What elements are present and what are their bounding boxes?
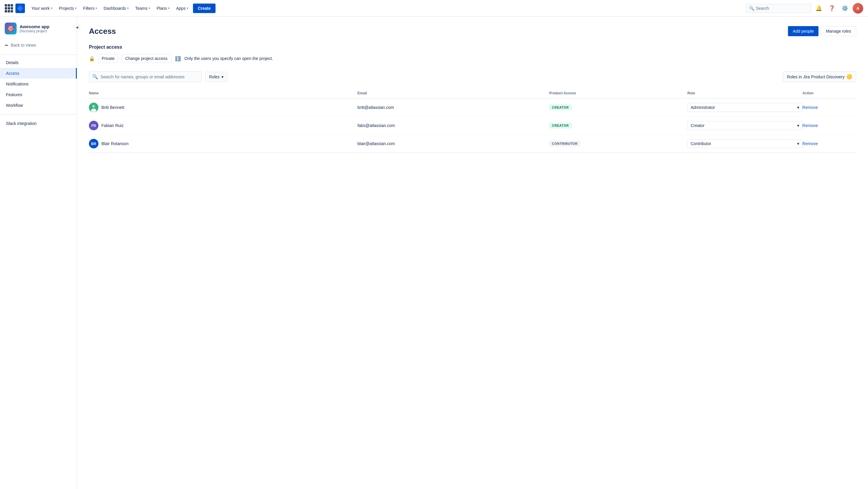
nav-items: Your work ▾ Projects ▾ Filters ▾ Dashboa… xyxy=(28,4,745,13)
search-icon: 🔍 xyxy=(92,74,98,80)
people-search[interactable]: 🔍 xyxy=(89,71,202,82)
col-header-name: Name xyxy=(89,88,358,98)
table-header: Name Email Product access Role Action xyxy=(89,88,856,98)
sidebar-item-details[interactable]: Details xyxy=(0,57,77,68)
search-box[interactable]: 🔍 Search xyxy=(746,4,811,13)
nav-your-work[interactable]: Your work ▾ xyxy=(28,4,56,12)
nav-dashboards[interactable]: Dashboards ▾ xyxy=(100,4,132,12)
nav-right: 🔍 Search 🔔 ❓ ⚙️ A xyxy=(746,3,863,13)
user-action-cell: Remove xyxy=(803,117,856,135)
col-header-product-access: Product access xyxy=(549,88,687,98)
user-avatar: A xyxy=(852,3,863,13)
user-avatar: BR xyxy=(89,139,98,148)
nav-apps[interactable]: Apps ▾ xyxy=(173,4,191,12)
page-actions: Add people Manage roles xyxy=(788,26,856,36)
settings-button[interactable]: ⚙️ xyxy=(840,3,850,13)
chevron-down-icon: ▾ xyxy=(168,6,169,10)
user-action-cell: Remove xyxy=(803,135,856,153)
sidebar-item-features[interactable]: Features xyxy=(0,89,77,100)
access-type-badge: Private xyxy=(98,54,118,63)
remove-user-button[interactable]: Remove xyxy=(803,123,818,128)
project-access-title: Project access xyxy=(89,45,856,50)
product-access-badge: CREATOR xyxy=(549,105,571,110)
user-name-cell: BB Britt Bennett xyxy=(89,98,358,117)
chevron-down-icon: ▾ xyxy=(797,123,799,128)
search-placeholder: Search xyxy=(756,6,769,11)
add-people-button[interactable]: Add people xyxy=(788,26,818,36)
project-name: Awesome app xyxy=(20,24,50,29)
user-avatar: BB xyxy=(89,103,98,112)
sidebar-divider-2 xyxy=(0,114,77,115)
chevron-down-icon: ▾ xyxy=(75,6,76,10)
chevron-down-icon: ▾ xyxy=(127,6,129,10)
col-header-action: Action xyxy=(803,88,856,98)
user-name: Britt Bennett xyxy=(101,105,124,110)
product-access-badge: CONTRIBUTOR xyxy=(549,141,581,146)
user-role-cell: Administrator ▾ xyxy=(687,98,803,117)
access-info-text: Only the users you specify can open the … xyxy=(184,56,273,61)
chevron-down-icon: ▾ xyxy=(187,6,188,10)
user-name-cell: BR Blair Rotanson xyxy=(89,135,358,153)
change-project-access-button[interactable]: Change project access xyxy=(122,54,172,63)
sidebar-collapse-button[interactable]: ◀ xyxy=(73,24,80,31)
role-value: Administrator xyxy=(691,105,715,110)
user-name-cell: FR Fabian Ruiz xyxy=(89,117,358,135)
user-avatar-button[interactable]: A xyxy=(852,3,863,13)
top-navigation: Your work ▾ Projects ▾ Filters ▾ Dashboa… xyxy=(0,0,868,17)
user-email: fabs@atlassian.com xyxy=(358,117,549,135)
help-button[interactable]: ❓ xyxy=(827,3,837,13)
col-header-role: Role xyxy=(687,88,803,98)
user-product-access: CONTRIBUTOR xyxy=(549,135,687,153)
back-arrow-icon: ⬅ xyxy=(5,43,8,48)
role-dropdown[interactable]: Creator ▾ xyxy=(687,121,803,130)
page-title: Access xyxy=(89,27,116,36)
info-icon: ℹ️ xyxy=(175,56,181,61)
sidebar-item-notifications[interactable]: Notifications xyxy=(0,79,77,89)
main-content: Access Add people Manage roles Project a… xyxy=(77,17,868,489)
back-to-views[interactable]: ⬅ Back to views xyxy=(0,40,77,50)
user-action-cell: Remove xyxy=(803,98,856,117)
search-icon: 🔍 xyxy=(749,6,754,11)
roles-dropdown[interactable]: Roles ▾ xyxy=(205,72,227,82)
nav-filters[interactable]: Filters ▾ xyxy=(80,4,100,12)
create-button[interactable]: Create xyxy=(193,4,216,13)
apps-grid-icon[interactable] xyxy=(5,4,13,12)
table-row: BR Blair Rotanson blair@atlassian.com CO… xyxy=(89,135,856,153)
project-subtype: Discovery project xyxy=(20,29,50,33)
table-row: FR Fabian Ruiz fabs@atlassian.com CREATO… xyxy=(89,117,856,135)
role-value: Contributor xyxy=(691,141,711,146)
remove-user-button[interactable]: Remove xyxy=(803,105,818,110)
nav-teams[interactable]: Teams ▾ xyxy=(132,4,153,12)
svg-text:BR: BR xyxy=(91,142,96,146)
table-controls: 🔍 Roles ▾ Roles in Jira Product Discover… xyxy=(89,71,856,82)
sidebar: 🎯 Awesome app Discovery project ◀ ⬅ Back… xyxy=(0,17,77,489)
product-access-badge: CREATOR xyxy=(549,123,571,128)
nav-projects[interactable]: Projects ▾ xyxy=(56,4,80,12)
user-email: blair@atlassian.com xyxy=(358,135,549,153)
sidebar-item-access[interactable]: Access xyxy=(0,68,77,79)
notifications-button[interactable]: 🔔 xyxy=(813,3,824,13)
role-dropdown[interactable]: Contributor ▾ xyxy=(687,139,803,148)
table-row: BB Britt Bennett britt@atlassian.com CRE… xyxy=(89,98,856,117)
jira-logo[interactable] xyxy=(16,4,25,13)
user-email: britt@atlassian.com xyxy=(358,98,549,117)
remove-user-button[interactable]: Remove xyxy=(803,141,818,146)
role-dropdown[interactable]: Administrator ▾ xyxy=(687,103,803,112)
role-value: Creator xyxy=(691,123,705,128)
sidebar-item-slack[interactable]: Slack integration xyxy=(0,118,77,129)
search-input[interactable] xyxy=(100,75,198,79)
chevron-down-icon: ▾ xyxy=(149,6,150,10)
page-header: Access Add people Manage roles xyxy=(89,26,856,36)
manage-roles-button[interactable]: Manage roles xyxy=(821,26,856,36)
user-product-access: CREATOR xyxy=(549,117,687,135)
app-layout: 🎯 Awesome app Discovery project ◀ ⬅ Back… xyxy=(0,17,868,489)
chevron-down-icon: ▾ xyxy=(797,105,799,110)
user-role-cell: Creator ▾ xyxy=(687,117,803,135)
project-icon: 🎯 xyxy=(5,23,17,34)
people-table: Name Email Product access Role Action BB… xyxy=(89,88,856,153)
info-circle-icon: 🟡 xyxy=(846,74,852,80)
roles-info[interactable]: Roles in Jira Product Discovery 🟡 xyxy=(783,71,856,82)
user-name: Fabian Ruiz xyxy=(101,123,124,128)
nav-plans[interactable]: Plans ▾ xyxy=(154,4,173,12)
sidebar-item-workflow[interactable]: Workflow xyxy=(0,100,77,111)
